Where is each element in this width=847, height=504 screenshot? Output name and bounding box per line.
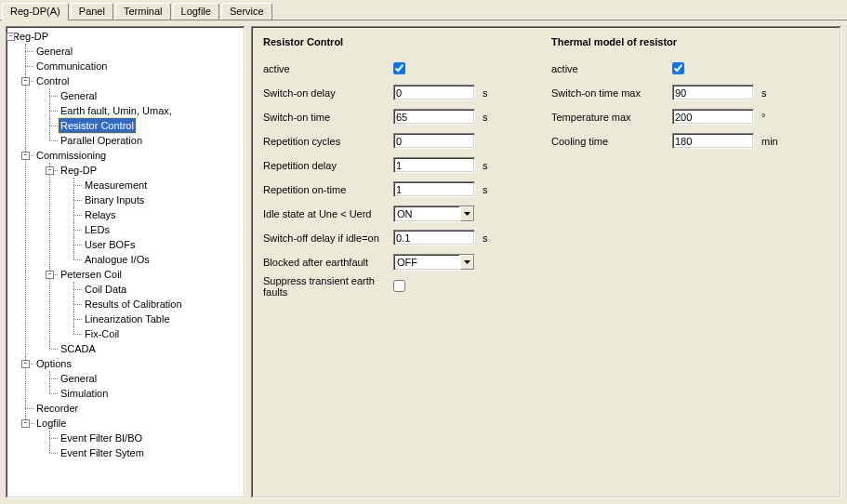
label-temperature-max: Temperature max bbox=[551, 112, 672, 123]
tab-label: Panel bbox=[79, 6, 105, 17]
input-repetition-delay[interactable] bbox=[393, 157, 475, 173]
collapse-icon[interactable]: - bbox=[21, 152, 30, 160]
unit-s: s bbox=[475, 184, 505, 195]
collapse-icon[interactable]: - bbox=[21, 77, 30, 86]
tree-item-control[interactable]: Control bbox=[34, 73, 71, 88]
svg-marker-1 bbox=[464, 260, 470, 264]
collapse-icon[interactable]: - bbox=[46, 166, 54, 175]
tree-item-control-earth[interactable]: Earth fault, Umin, Umax, bbox=[59, 103, 174, 118]
tree-item-fix-coil[interactable]: Fix-Coil bbox=[83, 326, 121, 341]
tab-label: Terminal bbox=[124, 6, 163, 17]
select-idle-state-value: ON bbox=[394, 208, 459, 219]
tree-item-communication[interactable]: Communication bbox=[34, 59, 109, 73]
tab-label: Service bbox=[230, 6, 264, 17]
label-suppress-transient: Suppress transient earth faults bbox=[263, 275, 393, 298]
tab-regdp[interactable]: Reg-DP(A) bbox=[2, 3, 69, 20]
tree-item-relays[interactable]: Relays bbox=[83, 207, 118, 222]
tree-item-scada[interactable]: SCADA bbox=[59, 341, 98, 356]
label-switch-off-delay: Switch-off delay if idle=on bbox=[263, 232, 393, 244]
collapse-icon[interactable]: - bbox=[7, 33, 15, 41]
label-switch-on-time: Switch-on time bbox=[263, 112, 393, 123]
checkbox-thermal-active[interactable] bbox=[672, 62, 684, 74]
tab-label: Logfile bbox=[181, 6, 211, 17]
section-title-resistor: Resistor Control bbox=[263, 36, 533, 47]
tree-item-options[interactable]: Options bbox=[34, 356, 73, 371]
chevron-down-icon[interactable] bbox=[459, 255, 474, 270]
section-resistor-control: Resistor Control active Switch-on delay … bbox=[263, 36, 533, 302]
input-repetition-cycles[interactable] bbox=[393, 133, 475, 149]
tree-item-general[interactable]: General bbox=[34, 44, 74, 59]
label-thermal-active: active bbox=[551, 63, 672, 74]
label-active: active bbox=[263, 63, 393, 74]
tree-item-logfile[interactable]: Logfile bbox=[34, 416, 68, 431]
select-blocked-after-earthfault[interactable]: OFF bbox=[393, 254, 475, 271]
input-switch-on-time-max[interactable] bbox=[672, 85, 754, 100]
section-title-thermal: Thermal model of resistor bbox=[551, 36, 829, 47]
tab-strip: Reg-DP(A) Panel Terminal Logfile Service bbox=[0, 0, 847, 20]
input-cooling-time[interactable] bbox=[672, 133, 754, 149]
tree-item-commissioning[interactable]: Commissioning bbox=[34, 148, 108, 163]
tab-panel[interactable]: Panel bbox=[71, 3, 113, 20]
tree-item-control-general[interactable]: General bbox=[59, 88, 99, 103]
tree-item-analogue-io[interactable]: Analogue I/Os bbox=[83, 252, 152, 267]
svg-marker-0 bbox=[464, 212, 470, 216]
tree-item-options-simulation[interactable]: Simulation bbox=[59, 386, 110, 401]
tab-label: Reg-DP(A) bbox=[10, 6, 60, 17]
collapse-icon[interactable]: - bbox=[21, 419, 30, 428]
tree-item-leds[interactable]: LEDs bbox=[83, 222, 112, 237]
collapse-icon[interactable]: - bbox=[46, 271, 54, 279]
collapse-icon[interactable]: - bbox=[21, 360, 30, 368]
input-temperature-max[interactable] bbox=[672, 109, 754, 125]
checkbox-suppress-transient[interactable] bbox=[393, 280, 405, 292]
tree-item-coil-data[interactable]: Coil Data bbox=[83, 282, 128, 297]
unit-min: min bbox=[754, 136, 784, 147]
label-repetition-cycles: Repetition cycles bbox=[263, 136, 393, 147]
section-thermal-model: Thermal model of resistor active Switch-… bbox=[551, 36, 829, 302]
tree-item-linearization-table[interactable]: Linearization Table bbox=[83, 312, 172, 326]
label-switch-on-delay: Switch-on delay bbox=[263, 87, 393, 99]
tree-item-measurement[interactable]: Measurement bbox=[83, 178, 149, 192]
tree-item-regdp[interactable]: Reg-DP bbox=[10, 29, 50, 44]
tab-logfile[interactable]: Logfile bbox=[173, 3, 219, 20]
label-idle-state: Idle state at Une < Uerd bbox=[263, 208, 393, 219]
client-area: - Reg-DP General Communication - Control… bbox=[0, 20, 847, 504]
tree-item-parallel-operation[interactable]: Parallel Operation bbox=[59, 133, 144, 148]
select-idle-state[interactable]: ON bbox=[393, 206, 475, 222]
checkbox-resistor-active[interactable] bbox=[393, 62, 405, 74]
unit-s: s bbox=[475, 160, 505, 171]
label-cooling-time: Cooling time bbox=[551, 136, 672, 147]
input-switch-off-delay[interactable] bbox=[393, 230, 475, 245]
tree-item-com-regdp[interactable]: Reg-DP bbox=[59, 163, 99, 178]
label-blocked-after-earthfault: Blocked after earthfault bbox=[263, 257, 393, 268]
label-switch-on-time-max: Switch-on time max bbox=[551, 87, 672, 99]
input-switch-on-delay[interactable] bbox=[393, 85, 475, 100]
tree-item-recorder[interactable]: Recorder bbox=[34, 401, 80, 416]
tree-item-event-filter-system[interactable]: Event Filter Sytem bbox=[59, 445, 146, 460]
tree-item-petersen-coil[interactable]: Petersen Coil bbox=[59, 267, 124, 282]
input-switch-on-time[interactable] bbox=[393, 109, 475, 125]
tree-item-binary-inputs[interactable]: Binary Inputs bbox=[83, 192, 146, 207]
unit-degree: ° bbox=[754, 112, 784, 123]
select-blocked-value: OFF bbox=[394, 257, 459, 268]
chevron-down-icon[interactable] bbox=[459, 206, 474, 221]
nav-tree[interactable]: - Reg-DP General Communication - Control… bbox=[6, 26, 245, 498]
tab-terminal[interactable]: Terminal bbox=[115, 3, 171, 20]
tree-item-user-bofs[interactable]: User BOFs bbox=[83, 237, 137, 252]
label-repetition-delay: Repetition delay bbox=[263, 160, 393, 171]
tree-item-resistor-control[interactable]: Resistor Control bbox=[59, 118, 136, 133]
tab-service[interactable]: Service bbox=[221, 3, 272, 20]
form-pane: Resistor Control active Switch-on delay … bbox=[251, 26, 841, 498]
tree-item-event-filter-bibo[interactable]: Event Filter BI/BO bbox=[59, 431, 144, 445]
input-repetition-on-time[interactable] bbox=[393, 181, 475, 197]
unit-s: s bbox=[475, 232, 505, 244]
unit-s: s bbox=[475, 112, 505, 123]
unit-s: s bbox=[754, 87, 784, 99]
tree-item-options-general[interactable]: General bbox=[59, 371, 99, 386]
tree-item-results-calibration[interactable]: Results of Calibration bbox=[83, 297, 184, 312]
unit-s: s bbox=[475, 87, 505, 99]
label-repetition-on-time: Repetition on-time bbox=[263, 184, 393, 195]
